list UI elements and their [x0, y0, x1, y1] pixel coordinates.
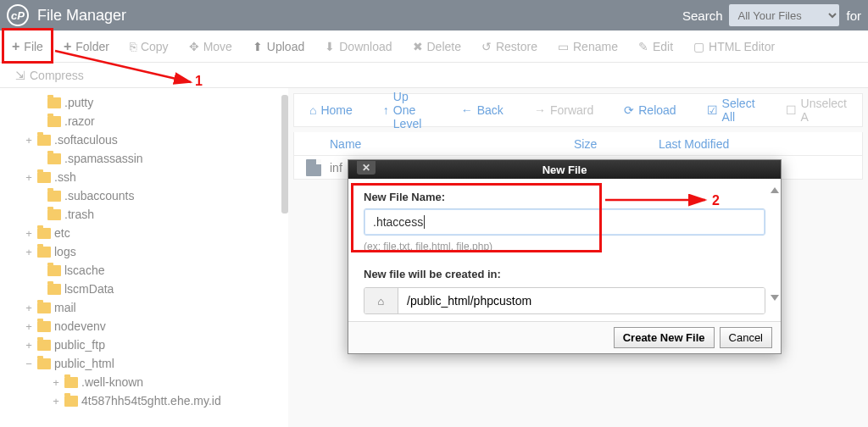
dialog-footer: Create New File Cancel: [348, 321, 781, 353]
copy-button[interactable]: ⎘Copy: [120, 30, 179, 62]
folder-icon: [47, 284, 61, 295]
expander-icon[interactable]: +: [51, 376, 61, 389]
forward-button[interactable]: →Forward: [519, 103, 609, 117]
unselect-all-button[interactable]: ☐Unselect A: [771, 97, 862, 124]
expander-icon[interactable]: +: [24, 171, 34, 184]
tree-label: .putty: [64, 96, 93, 109]
tree-item[interactable]: +public_ftp: [24, 336, 288, 354]
download-button[interactable]: ⬇Download: [314, 30, 402, 62]
tree-item[interactable]: lscmData: [24, 280, 288, 298]
folder-icon: [37, 135, 51, 146]
app-header: cP File Manager Search All Your Files fo…: [0, 0, 868, 30]
path-input[interactable]: [398, 288, 765, 313]
sidebar-scrollbar[interactable]: [281, 95, 288, 214]
tree-label: logs: [54, 245, 76, 258]
tree-label: .trash: [64, 208, 94, 221]
tree-item[interactable]: .subaccounts: [24, 186, 288, 205]
folder-icon: [37, 321, 51, 332]
tree-item[interactable]: +4t587hh54t5ghtt.ehe.my.id: [24, 391, 288, 410]
tree-item[interactable]: +.softaculous: [24, 130, 288, 149]
col-modified[interactable]: Last Modified: [659, 137, 862, 151]
reload-button[interactable]: ⟳Reload: [609, 103, 691, 117]
tree-item[interactable]: .spamassassin: [24, 149, 288, 168]
folder-icon: [47, 116, 61, 127]
tree-item[interactable]: −public_html: [24, 354, 288, 373]
html-editor-button[interactable]: ▢HTML Editor: [683, 30, 785, 62]
copy-icon: ⎘: [130, 40, 136, 53]
dialog-scrollbar[interactable]: [771, 187, 779, 314]
reload-icon: ⟳: [624, 103, 634, 117]
expander-icon[interactable]: +: [24, 339, 34, 352]
tree-label: .softaculous: [54, 133, 118, 147]
tree-item[interactable]: +logs: [24, 242, 288, 261]
path-label: New file will be created in:: [364, 268, 765, 280]
expander-icon[interactable]: +: [24, 134, 34, 147]
tree-item[interactable]: +.well-known: [24, 373, 288, 391]
expander-icon[interactable]: +: [24, 227, 34, 240]
new-folder-button[interactable]: +Folder: [53, 30, 120, 62]
tree-label: public_html: [54, 357, 114, 370]
app-title: File Manager: [37, 7, 126, 25]
close-button[interactable]: ✕: [357, 161, 376, 175]
folder-icon: [47, 265, 61, 276]
search-scope-select[interactable]: All Your Files: [729, 4, 839, 26]
tree-label: etc: [54, 226, 70, 240]
tree-label: lscache: [64, 263, 104, 277]
filename-input[interactable]: .htaccess: [364, 208, 765, 236]
up-one-level-button[interactable]: ↑Up One Level: [368, 90, 446, 130]
move-icon: ✥: [189, 40, 199, 53]
rename-icon: ▭: [558, 40, 569, 53]
unselect-icon: ☐: [786, 103, 797, 117]
tree-item[interactable]: .razor: [24, 112, 288, 130]
col-size[interactable]: Size: [574, 137, 659, 151]
tree-label: .spamassassin: [64, 152, 143, 165]
expander-icon[interactable]: +: [24, 246, 34, 258]
edit-button[interactable]: ✎Edit: [628, 30, 683, 62]
annotation-label-2: 2: [712, 193, 720, 208]
expander-icon[interactable]: +: [24, 302, 34, 314]
compress-button[interactable]: ⇲Compress: [5, 63, 94, 87]
folder-icon: [47, 209, 61, 220]
select-all-button[interactable]: ☑Select All: [692, 97, 771, 124]
home-button[interactable]: ⌂Home: [294, 103, 368, 117]
tree-item[interactable]: .putty: [24, 93, 288, 112]
expander-icon[interactable]: −: [24, 358, 34, 370]
tree-label: 4t587hh54t5ghtt.ehe.my.id: [81, 394, 221, 408]
dialog-title: New File: [542, 164, 587, 176]
delete-icon: ✖: [413, 40, 423, 53]
file-name: inf: [330, 161, 342, 175]
new-file-button[interactable]: +File: [2, 30, 53, 62]
rename-button[interactable]: ▭Rename: [548, 30, 628, 62]
search-area: Search All Your Files for: [682, 0, 868, 30]
home-icon: ⌂: [309, 103, 316, 117]
file-icon: [306, 159, 321, 176]
up-icon: ↑: [383, 103, 389, 117]
restore-button[interactable]: ↺Restore: [471, 30, 548, 62]
tree-item[interactable]: +nodevenv: [24, 317, 288, 336]
tree-item[interactable]: +mail: [24, 298, 288, 317]
file-table-header: Name Size Last Modified: [293, 132, 863, 156]
move-button[interactable]: ✥Move: [179, 30, 242, 62]
back-button[interactable]: ←Back: [446, 103, 519, 117]
upload-icon: ⬆: [253, 40, 263, 53]
folder-icon: [47, 153, 61, 164]
filename-hint: (ex: file.txt, file.html, file.php): [364, 241, 765, 252]
expander-icon[interactable]: +: [51, 395, 61, 408]
col-name[interactable]: Name: [294, 137, 574, 151]
tree-label: public_ftp: [54, 338, 105, 352]
plus-icon: +: [64, 40, 71, 53]
home-path-button[interactable]: ⌂: [364, 288, 398, 313]
tree-item[interactable]: +etc: [24, 224, 288, 242]
tree-item[interactable]: lscache: [24, 261, 288, 280]
path-row: ⌂: [364, 287, 765, 314]
dialog-titlebar: ✕ New File: [348, 160, 781, 179]
main-toolbar: +File +Folder ⎘Copy ✥Move ⬆Upload ⬇Downl…: [0, 30, 868, 63]
cancel-button[interactable]: Cancel: [720, 327, 772, 348]
tree-item[interactable]: .trash: [24, 205, 288, 224]
home-icon: ⌂: [378, 295, 385, 308]
tree-item[interactable]: +.ssh: [24, 168, 288, 186]
upload-button[interactable]: ⬆Upload: [242, 30, 314, 62]
create-new-file-button[interactable]: Create New File: [614, 327, 715, 348]
delete-button[interactable]: ✖Delete: [403, 30, 471, 62]
expander-icon[interactable]: +: [24, 320, 34, 333]
